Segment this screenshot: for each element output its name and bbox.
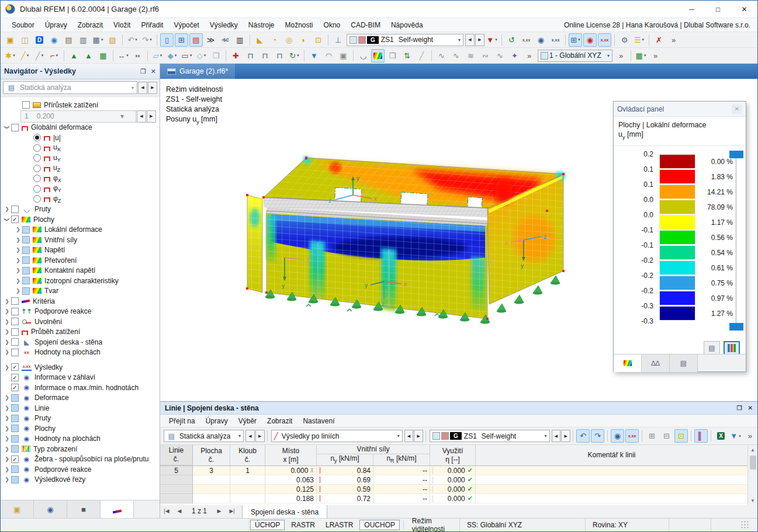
navigator-camera-tab[interactable]: ■ (67, 500, 101, 519)
float-panel-icon[interactable]: ❐ (737, 405, 742, 411)
table-row[interactable]: 0.0630.69--0.000✔ (160, 475, 747, 485)
line-type-tool-icon[interactable]: ╱▾ (33, 49, 46, 62)
expander-icon[interactable]: ❯ (3, 349, 11, 355)
result-values-icon[interactable]: x.xx (520, 33, 533, 47)
snap-settings-icon[interactable]: ⊥ (331, 33, 345, 47)
solid-tool-icon[interactable]: ◆▾ (165, 49, 179, 62)
result-diagram1-icon[interactable]: ∿ (435, 49, 448, 62)
float-panel-icon[interactable]: ❐ (140, 68, 146, 75)
close-icon[interactable]: ✕ (748, 405, 753, 411)
nav-item-kriteria[interactable]: ❯Kritéria (1, 296, 160, 307)
support-node-icon[interactable]: ✚ (229, 49, 243, 62)
radio-button[interactable] (33, 165, 41, 172)
table-scrollbar[interactable]: ▲ ▼ (747, 445, 757, 505)
checkbox[interactable] (22, 101, 30, 109)
radio-button[interactable] (33, 175, 41, 182)
nav-item-plochy[interactable]: ❯✓Plochy (1, 214, 160, 225)
console-icon[interactable]: ≫ (204, 33, 217, 47)
menu-vysledky[interactable]: Výsledky (205, 18, 243, 32)
grid-toggle[interactable]: RASTR (287, 520, 319, 530)
load-case-next-button[interactable]: ▶ (475, 34, 484, 46)
toolbar2-overflow-icon[interactable]: » (522, 49, 536, 62)
expander-icon[interactable]: ❯ (14, 237, 22, 243)
case-prev-button[interactable]: ◀ (552, 430, 561, 442)
checkbox[interactable] (11, 318, 19, 325)
nav-item-y[interactable]: φY (1, 184, 160, 194)
expander-icon[interactable]: ❯ (3, 467, 11, 472)
line-grid-toggle[interactable]: LRASTR (321, 520, 357, 530)
nav-item-pruty[interactable]: ❯◉Pruty (1, 413, 160, 424)
nav-item-z[interactable]: φZ (1, 194, 160, 204)
deactivate-results-icon[interactable]: ✗ (652, 33, 666, 47)
radio-button[interactable] (33, 185, 41, 193)
checkbox[interactable]: ✓ (11, 384, 19, 391)
expander-icon[interactable]: ❯ (14, 278, 22, 284)
scroll-down-icon[interactable]: ▼ (750, 496, 755, 505)
checkbox[interactable] (22, 287, 30, 295)
export-excel-icon[interactable]: X (714, 429, 728, 443)
snap-toggle[interactable]: ÚCHOP (250, 520, 285, 530)
menu-soubor[interactable]: Soubor (6, 18, 40, 32)
radio-button[interactable] (33, 134, 41, 141)
table-menu-prejit-na[interactable]: Přejít na (164, 415, 200, 427)
nav-item-prirustek-zatizeni[interactable]: Přírůstek zatížení (1, 100, 160, 110)
increment-next-button[interactable]: ▶ (147, 110, 156, 123)
cube-tool-icon[interactable]: ❒ (209, 49, 223, 62)
select-ring-icon[interactable]: ◎ (282, 33, 296, 47)
nav-item-spojeni-deska-stena[interactable]: ❯◣Spojení deska - stěna (1, 337, 160, 347)
checkbox[interactable]: ✓ (11, 455, 19, 463)
print-icon[interactable]: ▦▾ (91, 33, 105, 47)
table-chart-icon[interactable]: ▌ (694, 429, 708, 443)
show-values-icon[interactable]: x.xx (549, 33, 562, 47)
analysis-type-combo[interactable]: ▤ Statická analýza ▾ (3, 81, 137, 94)
render-mode-icon[interactable]: ❒ (386, 49, 399, 62)
analysis-prev-button[interactable]: ◀ (245, 430, 255, 442)
document-tab[interactable]: Garage (2).rf6* (160, 64, 235, 79)
cs-overflow-icon[interactable]: » (614, 49, 628, 62)
expander-icon[interactable]: ❯ (3, 456, 11, 462)
checkbox[interactable]: ✓ (11, 374, 19, 381)
support-surface-icon[interactable]: ⊓ (273, 49, 286, 62)
next-page-button[interactable]: ▶ (213, 505, 226, 517)
menu-upravy[interactable]: Úpravy (40, 18, 72, 32)
table-overflow-icon[interactable]: » (743, 429, 757, 443)
structure-tool-icon[interactable]: ▦ (96, 49, 110, 62)
expander-icon[interactable]: ❯ (3, 339, 11, 345)
nav-item-tvar[interactable]: ❯Tvar (1, 286, 160, 297)
nav-item-informace-v-zahlavi[interactable]: ✓◉Informace v záhlaví (1, 373, 160, 383)
checkbox[interactable] (11, 338, 19, 346)
load-increment-combo[interactable]: 10.200▾◀▶ (20, 110, 156, 123)
last-page-button[interactable]: ▶| (226, 505, 238, 517)
member-tool-icon[interactable]: ▲ (67, 49, 81, 62)
color-scale-button[interactable] (724, 341, 740, 355)
select-freehand-icon[interactable]: ◗ (297, 33, 310, 47)
expander-icon[interactable]: ❯ (3, 329, 11, 335)
scroll-up-icon[interactable]: ▲ (750, 445, 755, 454)
expander-icon[interactable]: ❯ (3, 308, 11, 314)
load-case-prev-button[interactable]: ◀ (465, 34, 475, 46)
expander-icon[interactable]: ❯ (3, 426, 11, 432)
redo-icon[interactable]: ↷▾ (140, 33, 154, 47)
dlubal-d-icon[interactable]: D (33, 33, 46, 47)
checkbox[interactable] (11, 308, 19, 315)
nav-item-u[interactable]: |u| (1, 133, 160, 143)
dimension-x-icon[interactable]: ↔▾ (116, 49, 130, 62)
checkbox[interactable] (11, 465, 19, 473)
load-case-combo[interactable]: G ZS1 Self-weight ▾ (347, 34, 463, 46)
minimize-button[interactable]: ─ (679, 1, 705, 18)
printout-report-icon[interactable]: ▧ (106, 33, 119, 47)
expander-icon[interactable]: ❯ (4, 215, 10, 224)
result-diagram4-icon[interactable]: ∾ (479, 49, 492, 62)
coordinate-system-combo[interactable]: 1 - Globální XYZ ▾ (538, 50, 612, 62)
menu-zobrazit[interactable]: Zobrazit (72, 18, 108, 32)
checkbox[interactable] (11, 425, 19, 432)
filter-results-icon[interactable]: ▼▾ (485, 33, 499, 47)
close-icon[interactable]: ✕ (732, 105, 742, 114)
result-prev-button[interactable]: ◀ (404, 430, 414, 442)
nav-item-lokalni-deformace[interactable]: ❯Lokální deformace (1, 225, 160, 235)
radio-button[interactable] (33, 144, 41, 152)
smooth-results-icon[interactable]: ↺ (505, 33, 518, 47)
menu-nastroje[interactable]: Nástroje (243, 18, 280, 32)
checkbox[interactable] (11, 124, 19, 131)
expander-icon[interactable]: ❯ (3, 446, 11, 452)
